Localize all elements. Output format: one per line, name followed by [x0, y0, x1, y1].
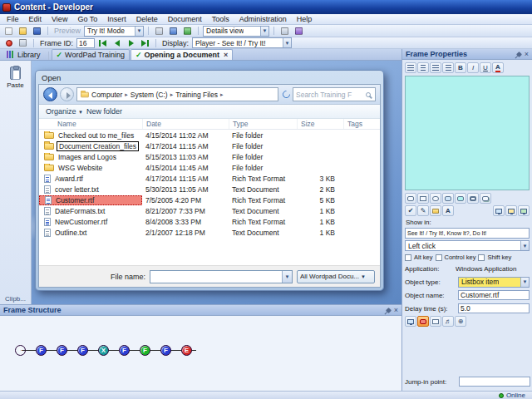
file-row[interactable]: DateFormats.txt 8/21/2007 7:33 PM Text D…: [39, 205, 380, 216]
pin-icon[interactable]: [386, 307, 392, 313]
bubble-preview[interactable]: [405, 76, 530, 190]
file-type-filter-button[interactable]: All Wordpad Docu... ▼: [297, 270, 375, 283]
new-folder-button[interactable]: New folder: [86, 107, 122, 116]
menu-tools[interactable]: Tools: [207, 15, 234, 23]
bubble-style-icon[interactable]: [430, 193, 441, 204]
frame-node[interactable]: F: [57, 345, 67, 356]
column-date[interactable]: Date: [142, 119, 229, 129]
file-row[interactable]: cover letter.txt 5/30/2013 11:05 AM Text…: [39, 184, 380, 195]
back-button[interactable]: [43, 87, 57, 101]
menu-view[interactable]: View: [47, 15, 72, 23]
close-tab-icon[interactable]: ×: [222, 52, 228, 59]
column-size[interactable]: Size: [297, 119, 343, 129]
shift-key-checkbox[interactable]: [478, 254, 485, 261]
breadcrumb-training-files[interactable]: Training Files: [175, 91, 218, 99]
mode-select[interactable]: Try It! Mode ▼: [84, 26, 144, 37]
frame-node-start[interactable]: S: [15, 345, 26, 356]
pin-icon[interactable]: [516, 51, 522, 57]
underline-icon[interactable]: U: [480, 62, 491, 73]
list-view-icon[interactable]: [278, 26, 291, 36]
frame-node-current[interactable]: F: [140, 345, 150, 356]
breadcrumb-computer[interactable]: Computer: [91, 91, 122, 99]
menu-file[interactable]: File: [2, 15, 24, 23]
frame-node[interactable]: F: [36, 345, 47, 356]
display-select[interactable]: Player - See It! / Try It! ▼: [192, 37, 292, 48]
view-select[interactable]: Details view ▼: [203, 26, 269, 37]
close-icon[interactable]: ×: [394, 307, 398, 314]
menu-edit[interactable]: Edit: [24, 15, 47, 23]
bubble-style-icon[interactable]: [405, 193, 416, 204]
recapture-screen-icon[interactable]: [405, 316, 416, 327]
file-name-input[interactable]: [150, 271, 282, 283]
close-icon[interactable]: ×: [525, 51, 529, 58]
know-it-mode-icon[interactable]: [505, 205, 517, 216]
new-document-icon[interactable]: [2, 26, 15, 36]
insert-image-icon[interactable]: [181, 26, 194, 36]
breadcrumb[interactable]: Computer ▸ System (C:) ▸ Training Files …: [76, 87, 278, 101]
alt-key-checkbox[interactable]: [405, 254, 411, 261]
font-color-icon[interactable]: A: [492, 62, 504, 73]
refresh-icon[interactable]: [281, 89, 292, 100]
library-button[interactable]: Library: [2, 49, 46, 60]
file-row[interactable]: Images and Logos 5/15/2013 11:03 AM File…: [39, 151, 380, 162]
see-it-mode-icon[interactable]: [493, 205, 505, 216]
bold-icon[interactable]: B: [455, 62, 466, 73]
align-center-icon[interactable]: [417, 62, 429, 73]
thumbnail-view-icon[interactable]: [293, 26, 305, 36]
menu-help[interactable]: Help: [292, 15, 318, 23]
bubble-style-icon[interactable]: [417, 193, 429, 204]
object-settings-icon[interactable]: ⊕: [455, 316, 466, 327]
object-sound-icon[interactable]: ♬: [442, 316, 454, 327]
paste-button[interactable]: Paste: [3, 64, 27, 91]
jump-in-point-field[interactable]: [459, 377, 530, 387]
bubble-shadow-icon[interactable]: [480, 193, 491, 204]
menu-administration[interactable]: Administration: [234, 15, 292, 23]
file-row[interactable]: Outline.txt 2/1/2007 12:18 PM Text Docum…: [39, 227, 380, 238]
first-frame-button[interactable]: [96, 38, 109, 48]
last-frame-button[interactable]: [139, 38, 151, 48]
frame-node[interactable]: F: [119, 345, 130, 356]
search-box[interactable]: Search Training F: [293, 87, 376, 101]
jump-in-point-input[interactable]: [461, 378, 528, 386]
show-in-value[interactable]: See It! / Try It!, Know It?, Do It!: [405, 228, 530, 239]
file-row[interactable]: Checked out to me_files 4/15/2014 11:02 …: [39, 130, 380, 140]
breadcrumb-system-c[interactable]: System (C:): [131, 91, 168, 99]
file-row[interactable]: NewCustomer.rtf 8/4/2008 3:33 PM Rich Te…: [39, 216, 380, 227]
column-tags[interactable]: Tags: [343, 119, 380, 129]
edit-text-icon[interactable]: ✎: [417, 205, 429, 216]
align-right-icon[interactable]: [430, 62, 441, 73]
file-row[interactable]: WSG Website 4/15/2014 11:45 AM File fold…: [39, 162, 380, 173]
save-icon[interactable]: [31, 26, 43, 36]
menu-goto[interactable]: Go To: [72, 15, 102, 23]
file-name-combo[interactable]: ▼: [150, 270, 293, 283]
spell-check-icon[interactable]: ✔: [405, 205, 416, 216]
frame-id-value[interactable]: 16: [76, 38, 95, 48]
bubble-border-icon[interactable]: [467, 193, 479, 204]
next-frame-button[interactable]: [125, 38, 137, 48]
align-left-icon[interactable]: [405, 62, 416, 73]
file-row[interactable]: Document Creation_files 4/17/2014 11:15 …: [39, 140, 380, 151]
control-key-checkbox[interactable]: [436, 254, 442, 261]
column-type[interactable]: Type: [229, 119, 297, 129]
file-row[interactable]: Award.rtf 4/17/2014 11:15 AM Rich Text F…: [39, 173, 380, 184]
frame-node[interactable]: F: [77, 345, 88, 356]
bullet-list-icon[interactable]: [442, 62, 454, 73]
menu-insert[interactable]: Insert: [102, 15, 131, 23]
forward-button[interactable]: [60, 87, 74, 101]
file-row-selected[interactable]: Customer.rtf 7/5/2005 4:20 PM Rich Text …: [39, 195, 380, 205]
delay-time-field[interactable]: 5.0: [458, 303, 530, 313]
do-it-mode-icon[interactable]: [518, 205, 530, 216]
object-name-field[interactable]: Customer.rtf: [458, 290, 530, 300]
tab-wordpad-training[interactable]: ✓ WordPad Training: [52, 49, 130, 60]
frame-node-end[interactable]: E: [181, 345, 192, 356]
bubble-fill-icon[interactable]: [455, 193, 466, 204]
preview-button[interactable]: Preview: [52, 27, 82, 35]
highlight-object-icon[interactable]: [417, 316, 429, 327]
menu-delete[interactable]: Delete: [131, 15, 163, 23]
copy-icon[interactable]: [167, 26, 180, 36]
record-icon[interactable]: [2, 38, 15, 48]
italic-icon[interactable]: I: [467, 62, 479, 73]
organize-button[interactable]: Organize ▼: [46, 107, 83, 116]
tab-opening-a-document[interactable]: ✓ Opening a Document ×: [131, 49, 233, 60]
frame-node-decision[interactable]: X: [98, 345, 109, 356]
